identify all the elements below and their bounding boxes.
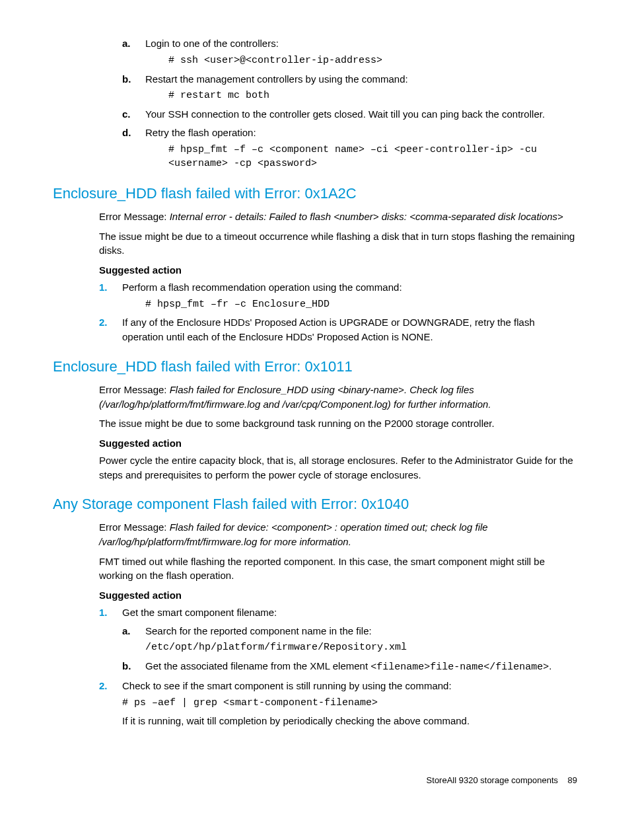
suggested-action-heading: Suggested action: [99, 588, 577, 603]
error-label: Error Message:: [99, 384, 170, 395]
description: FMT timed out while flashing the reporte…: [99, 554, 577, 584]
list-marker: 1.: [99, 605, 108, 620]
code-block: # ssh <user>@<controller-ip-address>: [168, 54, 577, 68]
list-text: Get the smart component filename:: [122, 607, 277, 618]
section-body: Error Message: Flash failed for device: …: [99, 520, 577, 603]
list-item: 2. Check to see if the smart component i…: [99, 679, 577, 728]
top-alpha-list: a. Login to one of the controllers: # ss…: [122, 36, 577, 171]
code-block: # restart mc both: [168, 89, 577, 103]
page-footer: StoreAll 9320 storage components 89: [53, 775, 577, 787]
list-text: Perform a flash recommendation operation…: [122, 282, 402, 293]
list-item: 1. Perform a flash recommendation operat…: [99, 280, 577, 312]
list-text: Login to one of the controllers:: [145, 38, 279, 49]
list-item: a. Search for the reported component nam…: [122, 624, 577, 656]
section-body: Error Message: Flash failed for Enclosur…: [99, 383, 577, 482]
list-marker: a.: [122, 36, 131, 51]
nested-alpha-list: a. Search for the reported component nam…: [122, 624, 577, 675]
code-block: # ps –aef | grep <smart-component-filena…: [122, 696, 577, 710]
list-text: Search for the reported component name i…: [145, 625, 372, 636]
list-item: 1. Get the smart component filename: a. …: [99, 605, 577, 675]
list-text: If any of the Enclosure HDDs' Proposed A…: [122, 317, 535, 342]
code-block: # hpsp_fmt –fr –c Enclosure_HDD: [145, 297, 577, 312]
list-item: c. Your SSH connection to the controller…: [122, 107, 577, 122]
list-marker: 2.: [99, 679, 108, 693]
list-marker: 2.: [99, 315, 108, 330]
list-item: 2. If any of the Enclosure HDDs' Propose…: [99, 315, 577, 344]
section-heading-1040: Any Storage component Flash failed with …: [53, 494, 577, 515]
list-text: Restart the management controllers by us…: [145, 73, 408, 85]
page-number: 89: [568, 775, 577, 785]
numbered-list: 1. Perform a flash recommendation operat…: [99, 280, 577, 344]
inline-code: <filename>file-name</filename>: [370, 662, 549, 673]
error-label: Error Message:: [99, 521, 170, 533]
list-marker: 1.: [99, 280, 108, 295]
error-message: Error Message: Internal error - details:…: [99, 210, 577, 224]
action-text: Power cycle the entire capacity block, t…: [99, 453, 577, 482]
section-body: Error Message: Internal error - details:…: [99, 210, 577, 278]
list-text: Check to see if the smart component is s…: [122, 680, 452, 691]
section-heading-1011: Enclosure_HDD flash failed with Error: 0…: [53, 356, 577, 377]
error-message: Error Message: Flash failed for Enclosur…: [99, 383, 577, 412]
list-marker: b.: [122, 659, 131, 673]
list-item: b. Restart the management controllers by…: [122, 72, 577, 104]
list-text: Get the associated filename from the XML…: [145, 660, 370, 671]
list-marker: a.: [122, 624, 131, 638]
footer-text: StoreAll 9320 storage components: [427, 775, 558, 785]
list-text: Your SSH connection to the controller ge…: [145, 108, 545, 120]
list-item: d. Retry the flash operation: # hpsp_fmt…: [122, 126, 577, 171]
list-text-post: .: [549, 660, 551, 671]
list-item: b. Get the associated filename from the …: [122, 659, 577, 675]
list-marker: b.: [122, 72, 131, 87]
list-item: a. Login to one of the controllers: # ss…: [122, 36, 577, 68]
suggested-action-heading: Suggested action: [99, 436, 577, 451]
error-text: Internal error - details: Failed to flas…: [170, 211, 563, 222]
section-heading-1a2c: Enclosure_HDD flash failed with Error: 0…: [53, 183, 577, 204]
follow-up-text: If it is running, wait till completion b…: [122, 714, 577, 728]
list-marker: c.: [122, 107, 131, 122]
code-block: /etc/opt/hp/platform/firmware/Repository…: [145, 640, 577, 655]
list-marker: d.: [122, 126, 131, 140]
error-message: Error Message: Flash failed for device: …: [99, 520, 577, 549]
list-text: Retry the flash operation:: [145, 127, 256, 138]
description: The issue might be due to a timeout occu…: [99, 229, 577, 258]
numbered-list: 1. Get the smart component filename: a. …: [99, 605, 577, 728]
suggested-action-heading: Suggested action: [99, 263, 577, 278]
error-label: Error Message:: [99, 211, 170, 222]
description: The issue might be due to some backgroun…: [99, 416, 577, 431]
code-block: # hpsp_fmt –f –c <component name> –ci <p…: [168, 143, 577, 172]
